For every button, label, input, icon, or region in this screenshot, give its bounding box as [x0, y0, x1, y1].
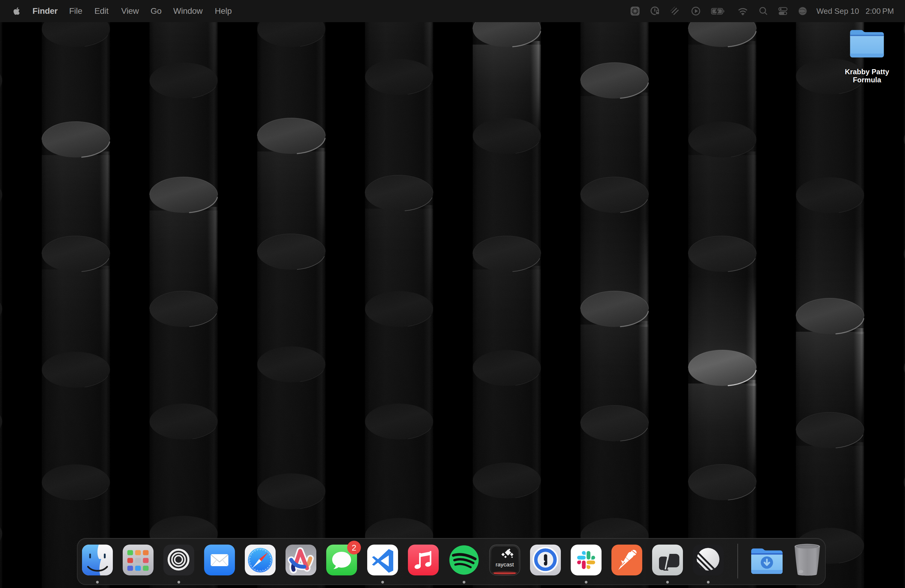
svg-text:2: 2 [352, 544, 356, 552]
svg-text:raycast: raycast [495, 561, 514, 567]
